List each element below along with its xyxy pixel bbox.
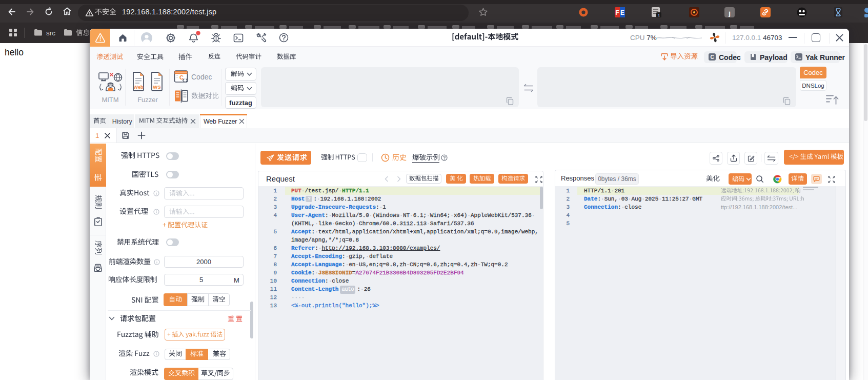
svg-text:1: 1 — [658, 13, 660, 17]
svg-text:C: C — [710, 54, 714, 60]
svg-text:j: j — [728, 9, 731, 17]
svg-text:E: E — [620, 9, 624, 16]
svg-text:Web: Web — [134, 85, 144, 90]
svg-text:F: F — [615, 9, 619, 16]
svg-text:C: C — [179, 74, 184, 81]
svg-text:WS: WS — [153, 84, 160, 90]
